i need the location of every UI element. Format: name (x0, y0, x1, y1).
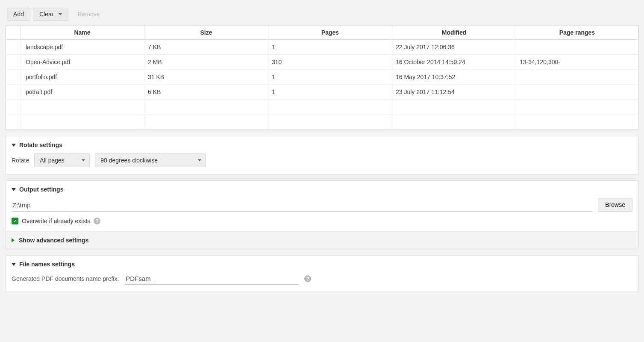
col-pages[interactable]: Pages (268, 26, 392, 40)
help-icon[interactable]: ? (304, 275, 311, 282)
rotate-label: Rotate (12, 157, 29, 164)
overwrite-label: Overwrite if already exists (22, 218, 90, 224)
file-table: Name Size Pages Modified Page ranges lan… (6, 25, 638, 130)
col-size[interactable]: Size (144, 26, 268, 40)
filenames-settings-header[interactable]: File names settings (6, 256, 638, 271)
col-modified[interactable]: Modified (392, 26, 516, 40)
section-title: Rotate settings (19, 142, 62, 148)
output-path-input[interactable] (12, 199, 593, 212)
chevron-down-icon (198, 159, 201, 162)
table-row[interactable]: Open-Advice.pdf 2 MB 310 16 October 2014… (6, 55, 638, 70)
select-value: All pages (40, 157, 65, 164)
add-button[interactable]: Add (7, 8, 30, 21)
table-row-empty (6, 115, 638, 130)
col-page-ranges[interactable]: Page ranges (516, 26, 638, 40)
remove-button[interactable]: Remove (71, 8, 106, 21)
disclosure-triangle-icon (12, 238, 15, 242)
chevron-down-icon (82, 159, 85, 162)
section-title: Output settings (19, 186, 63, 193)
col-name[interactable]: Name (21, 26, 144, 40)
table-row[interactable]: potrait.pdf 6 KB 1 23 July 2017 11:12:54 (6, 85, 638, 100)
chevron-down-icon (59, 13, 62, 15)
toolbar: Add Clear Remove (5, 5, 639, 25)
disclosure-triangle-icon (12, 144, 16, 147)
clear-button[interactable]: Clear (33, 8, 68, 21)
table-row[interactable]: portfolio.pdf 31 KB 1 16 May 2017 10:37:… (6, 70, 638, 85)
table-row-empty (6, 100, 638, 115)
section-title: File names settings (19, 261, 75, 268)
file-table-panel: Name Size Pages Modified Page ranges lan… (5, 25, 639, 130)
output-settings-header[interactable]: Output settings (6, 181, 638, 196)
clear-label: Clear (39, 11, 53, 18)
help-icon[interactable]: ? (94, 218, 100, 224)
rotate-settings-panel: Rotate settings Rotate All pages 90 degr… (5, 136, 639, 174)
rotate-settings-header[interactable]: Rotate settings (6, 136, 638, 152)
col-stub (6, 26, 21, 40)
table-row[interactable]: landscape.pdf 7 KB 1 22 July 2017 12:06:… (6, 40, 638, 55)
select-value: 90 degrees clockwise (100, 157, 158, 164)
show-advanced-settings[interactable]: Show advanced settings (6, 231, 638, 249)
prefix-label: Generated PDF documents name prefix: (12, 275, 119, 282)
prefix-input[interactable] (124, 273, 299, 285)
disclosure-triangle-icon (12, 263, 16, 266)
advanced-label: Show advanced settings (19, 237, 88, 244)
rotate-scope-select[interactable]: All pages (34, 153, 90, 167)
filenames-settings-panel: File names settings Generated PDF docume… (5, 255, 639, 292)
overwrite-checkbox[interactable]: ✓ (12, 218, 18, 224)
browse-button[interactable]: Browse (598, 198, 632, 212)
output-settings-panel: Output settings Browse ✓ Overwrite if al… (5, 180, 639, 249)
disclosure-triangle-icon (12, 188, 16, 191)
rotate-angle-select[interactable]: 90 degrees clockwise (95, 153, 206, 167)
